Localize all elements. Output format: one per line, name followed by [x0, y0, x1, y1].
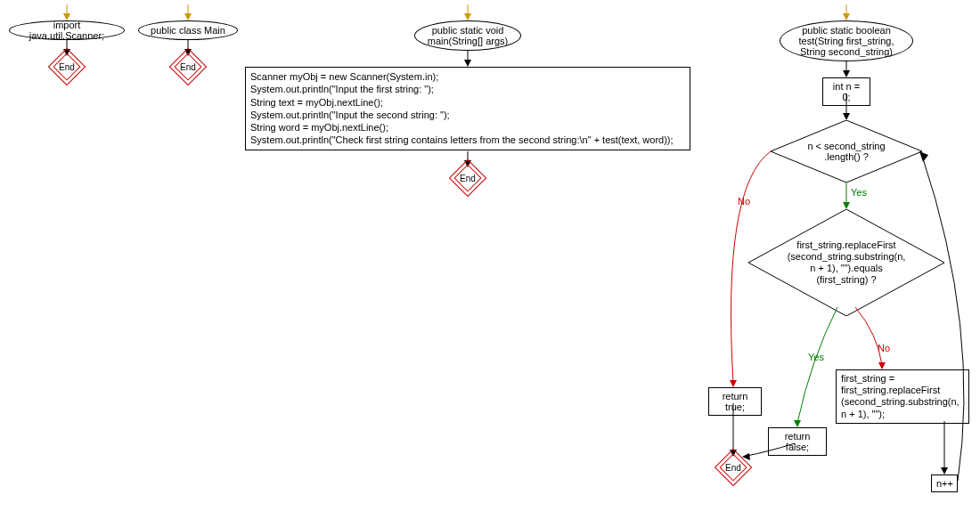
arrow-false-to-end — [739, 443, 802, 461]
text-loop-cond: n < second_string .length() ? — [796, 141, 895, 162]
text-main-method: public static void main(String[] args) — [428, 25, 508, 46]
node-if-cond: first_string.replaceFirst (second_string… — [748, 209, 944, 316]
entry-arrow-3 — [463, 4, 472, 20]
entry-arrow-2 — [184, 4, 192, 20]
node-public-class-main: public class Main — [138, 20, 238, 40]
svg-marker-22 — [843, 202, 850, 209]
text-public-class-main: public class Main — [151, 25, 225, 36]
node-test-method: public static boolean test(String first_… — [780, 20, 913, 61]
arrow-loop-yes — [842, 182, 851, 209]
node-main-method: public static void main(String[] args) — [414, 20, 521, 51]
svg-marker-32 — [919, 151, 928, 162]
label-yes-2: Yes — [808, 352, 824, 362]
end-node-1: End — [53, 53, 80, 80]
arrow-main-to-body — [463, 51, 472, 67]
end-label-1: End — [53, 53, 80, 80]
node-loop-cond: n < second_string .length() ? — [771, 120, 922, 182]
arrow-if-no — [855, 307, 891, 369]
end-node-4: End — [720, 454, 747, 481]
node-import-scanner: import java.util.Scanner; — [9, 20, 125, 40]
entry-arrow-1 — [62, 4, 71, 20]
text-main-body: Scanner myObj = new Scanner(System.in); … — [250, 71, 674, 145]
end-node-2: End — [175, 53, 201, 80]
svg-marker-23 — [730, 380, 737, 387]
arrow-int-to-loop — [842, 93, 851, 120]
svg-marker-11 — [464, 60, 471, 67]
end-label-3: End — [454, 165, 481, 191]
label-no-1: No — [738, 196, 750, 207]
svg-marker-19 — [843, 113, 850, 120]
text-import-scanner: import java.util.Scanner; — [17, 20, 117, 41]
text-if-cond: first_string.replaceFirst (second_string… — [777, 239, 917, 287]
end-node-3: End — [454, 165, 481, 191]
svg-marker-9 — [464, 13, 471, 20]
entry-arrow-4 — [842, 4, 851, 20]
svg-marker-25 — [794, 420, 801, 427]
end-label-4: End — [720, 454, 747, 481]
arrow-test-to-int — [842, 61, 851, 77]
node-main-body: Scanner myObj = new Scanner(System.in); … — [245, 67, 690, 150]
arrow-inc-to-loop — [918, 151, 980, 485]
svg-marker-17 — [843, 70, 850, 77]
svg-marker-15 — [843, 13, 850, 20]
svg-marker-5 — [184, 13, 192, 20]
label-yes-1: Yes — [851, 187, 867, 198]
svg-marker-26 — [878, 362, 886, 369]
end-label-2: End — [175, 53, 201, 80]
text-test-method: public static boolean test(String first_… — [799, 25, 894, 57]
label-no-2: No — [878, 343, 890, 353]
